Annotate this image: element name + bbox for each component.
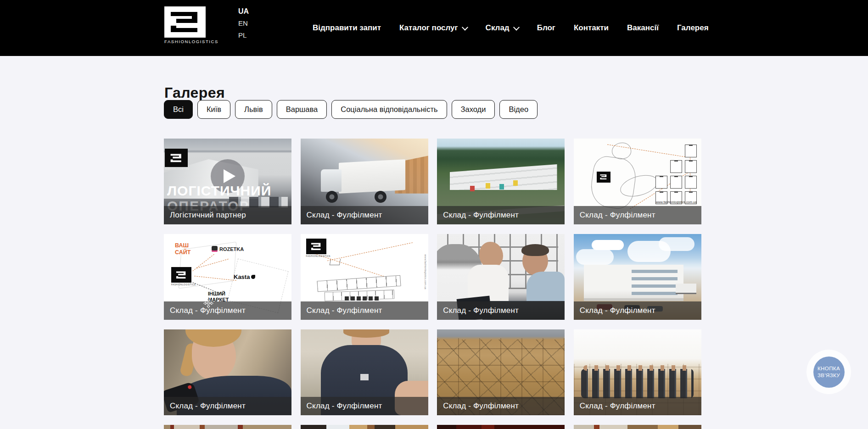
rozetka-icon [212, 246, 218, 252]
filter-warsaw[interactable]: Варшава [277, 100, 327, 119]
nav-label: Відправити запит [313, 23, 381, 33]
site-header: FASHIONLOGISTICS UA EN PL Відправити зап… [0, 0, 868, 56]
contact-widget-button[interactable]: КНОПКА ЗВ'ЯЗКУ [813, 357, 845, 388]
nav-vacancies[interactable]: Вакансії [627, 23, 659, 33]
kasta-logo: Kasta [234, 273, 255, 280]
fl-logo-brand-text: FASHIONLOGISTICS [306, 255, 326, 257]
buildings-photo-shape [450, 164, 557, 190]
building-shape [584, 265, 683, 301]
gallery-item-partial-laser[interactable] [437, 425, 565, 429]
gallery-item-worker-scanner[interactable]: Склад - Фулфілмент [164, 329, 291, 415]
nav-gallery[interactable]: Галерея [677, 23, 709, 33]
chevron-down-icon [513, 24, 520, 31]
website-url-text: www.fashionlogistics.com.ua [656, 201, 697, 204]
nav-label: Склад [486, 23, 510, 33]
logo-brand-text: FASHIONLOGISTICS [164, 39, 206, 44]
gallery-item-video-partner[interactable]: FASHIONLOGISTICS ЛОГІСТИЧНИЙ ОПЕРАТОР Ло… [164, 139, 291, 224]
gallery-item-marketplace-scheme[interactable]: ВАШ САЙТ ROZETKA Kasta ІНШИЙ МАРКЕТ FASH… [164, 234, 291, 320]
nav-label: Вакансії [627, 23, 659, 33]
move-cursor-icon [203, 298, 213, 308]
nav-warehouse[interactable]: Склад [486, 23, 519, 33]
contact-widget-halo: КНОПКА ЗВ'ЯЗКУ [806, 350, 851, 394]
person-head-shape [522, 247, 548, 275]
kasta-bird-icon [251, 275, 255, 279]
gallery-item-worker-polo[interactable]: Склад - Фулфілмент [301, 329, 428, 415]
tile-caption: Склад - Фулфілмент [437, 206, 565, 224]
gallery-item-warehouse-building[interactable]: Склад - Фулфілмент [574, 234, 701, 320]
gallery-item-managers[interactable]: Склад - Фулфілмент [437, 234, 565, 320]
rozetka-logo: ROZETKA [212, 246, 244, 252]
truck-box-shape [339, 159, 405, 194]
video-title-line1: ЛОГІСТИЧНИЙ [167, 183, 271, 198]
person-head-shape [479, 242, 503, 268]
fl-logo-brand-text: FASHIONLOGISTICS [171, 284, 191, 286]
tile-caption: Склад - Фулфілмент [301, 301, 428, 320]
nav-label: Галерея [677, 23, 709, 33]
kasta-text: Kasta [234, 273, 250, 280]
orange-dashed-line [327, 242, 413, 261]
filter-lviv[interactable]: Львів [235, 100, 272, 119]
color-accents-shape [486, 183, 490, 189]
filter-social-responsibility[interactable]: Соціальна відповідальність [331, 100, 447, 119]
gallery-item-partial-racking-2[interactable] [574, 425, 701, 429]
filter-all[interactable]: Всі [164, 100, 193, 119]
tile-caption: Склад - Фулфілмент [574, 397, 701, 415]
page-title: Галерея [164, 84, 225, 101]
tile-caption: Склад - Фулфілмент [164, 301, 291, 320]
other-market-line1: ІНШИЙ [208, 291, 229, 297]
fl-logo-scheme: FASHIONLOGISTICS [306, 239, 326, 254]
nav-label: Блог [537, 23, 555, 33]
lang-en[interactable]: EN [238, 19, 249, 28]
main-nav: Відправити запит Каталог послуг Склад Бл… [313, 0, 709, 56]
fashionlogistics-logo-icon [164, 6, 206, 38]
tile-caption: Склад - Фулфілмент [437, 301, 565, 320]
gallery-item-campus-aerial[interactable]: Склад - Фулфілмент [437, 139, 565, 224]
clouds-shape [592, 240, 624, 250]
gallery-item-team[interactable]: Склад - Фулфілмент [574, 329, 701, 415]
nav-contacts[interactable]: Контакти [574, 23, 609, 33]
nav-send-request[interactable]: Відправити запит [313, 23, 381, 33]
marketplace-icons-row [345, 296, 379, 301]
site-logo[interactable]: FASHIONLOGISTICS [164, 6, 206, 47]
truck-shape [676, 284, 696, 294]
lang-ua[interactable]: UA [238, 7, 249, 16]
nav-label: Контакти [574, 23, 609, 33]
team-crowd-shape [581, 369, 694, 398]
gallery-item-boxes[interactable]: Склад - Фулфілмент [437, 329, 565, 415]
fl-logo-overlay: FASHIONLOGISTICS [165, 149, 188, 167]
gallery-item-flow-scheme[interactable]: FASHIONLOGISTICS www.fashionlogistics.co… [301, 234, 428, 320]
fl-logo-scheme: FASHIONLOGISTICS [171, 267, 191, 283]
tile-caption: Логістичний партнер [164, 206, 291, 224]
fl-logo-vest [597, 172, 610, 183]
your-site-line1: ВАШ [175, 242, 190, 249]
tile-caption: Склад - Фулфілмент [301, 397, 428, 415]
wheel-shape [326, 191, 338, 203]
gallery-item-truck[interactable]: Склад - Фулфілмент [301, 139, 428, 224]
boxes-grid-sketch [655, 145, 697, 204]
tile-caption: Склад - Фулфілмент [574, 301, 701, 320]
your-site-label: ВАШ САЙТ [175, 242, 190, 256]
play-icon [224, 169, 235, 183]
contact-button-line2: ЗВ'ЯЗКУ [818, 372, 840, 379]
truck-cab-shape [321, 169, 341, 192]
tile-caption: Склад - Фулфілмент [574, 206, 701, 224]
nav-label: Каталог послуг [399, 23, 458, 33]
fl-logo-brand-text: FASHIONLOGISTICS [165, 168, 188, 170]
gallery-item-partial-racking[interactable] [164, 425, 291, 429]
wheel-shape [375, 191, 386, 203]
contact-button-line1: КНОПКА [818, 365, 840, 372]
nav-blog[interactable]: Блог [537, 23, 555, 33]
gallery-filters: Всі Київ Львів Варшава Соціальна відпові… [164, 100, 538, 119]
nav-services-catalog[interactable]: Каталог послуг [399, 23, 467, 33]
filter-video[interactable]: Відео [499, 100, 538, 119]
lang-pl[interactable]: PL [238, 31, 249, 39]
filter-events[interactable]: Заходи [452, 100, 495, 119]
gallery-item-partial-worker[interactable] [301, 425, 428, 429]
gallery-item-worker-sketch[interactable]: www.fashionlogistics.com.ua Склад - Фулф… [574, 139, 701, 224]
fl-logo-on-shirt [360, 374, 369, 380]
gallery-grid: FASHIONLOGISTICS ЛОГІСТИЧНИЙ ОПЕРАТОР Ло… [164, 139, 701, 429]
rozetka-text: ROZETKA [219, 246, 244, 252]
your-site-line2: САЙТ [175, 249, 190, 256]
person-head-shape [192, 329, 236, 380]
filter-kyiv[interactable]: Київ [197, 100, 230, 119]
